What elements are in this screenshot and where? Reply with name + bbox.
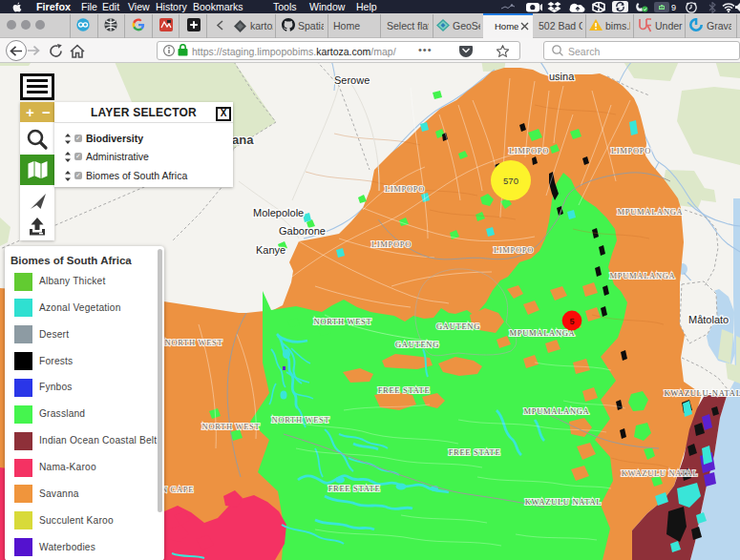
svg-text:5: 5	[569, 317, 574, 326]
svg-text:KWAZULU NATAL: KWAZULU NATAL	[622, 468, 698, 478]
svg-text:LIMPOPO: LIMPOPO	[371, 239, 412, 249]
svg-text:ana: ana	[232, 133, 254, 147]
svg-text:LIMPOPO: LIMPOPO	[385, 184, 425, 194]
svg-text:LIMPOPO: LIMPOPO	[494, 245, 534, 255]
svg-text:Molepolole: Molepolole	[253, 207, 304, 218]
svg-text:FREE STATE: FREE STATE	[378, 385, 431, 395]
svg-text:NORTH WEST: NORTH WEST	[314, 317, 372, 326]
svg-text:KWAZULU-NATAL: KWAZULU-NATAL	[664, 388, 740, 398]
svg-text:Kanye: Kanye	[256, 244, 285, 256]
svg-text:NORTH WEST: NORTH WEST	[202, 422, 261, 431]
svg-text:KWAZULU NATAL: KWAZULU NATAL	[525, 497, 602, 507]
svg-text:N CAPE: N CAPE	[161, 485, 194, 494]
svg-text:NORTH WEST: NORTH WEST	[165, 338, 223, 347]
svg-text:MPUMALANGA: MPUMALANGA	[618, 207, 684, 217]
svg-text:Serowe: Serowe	[334, 74, 370, 86]
svg-text:LIMPOPO: LIMPOPO	[509, 146, 549, 156]
svg-text:NORTH WEST: NORTH WEST	[272, 415, 330, 425]
svg-text:GAUTENG: GAUTENG	[395, 340, 439, 349]
svg-text:usina: usina	[549, 71, 575, 82]
svg-text:MPUMALANGA: MPUMALANGA	[610, 271, 676, 280]
svg-text:MPUMALANGA: MPUMALANGA	[510, 328, 576, 338]
svg-text:Måtolato: Måtolato	[688, 314, 729, 325]
svg-text:Gaborone: Gaborone	[279, 225, 326, 237]
svg-text:FREE STATE: FREE STATE	[328, 484, 381, 493]
svg-text:570: 570	[503, 176, 518, 186]
svg-text:GAUTENG: GAUTENG	[436, 321, 480, 331]
svg-text:FREE STATE: FREE STATE	[449, 447, 501, 457]
svg-text:MPUMALANGA: MPUMALANGA	[524, 406, 590, 416]
svg-text:LIMPOPO: LIMPOPO	[611, 146, 651, 156]
